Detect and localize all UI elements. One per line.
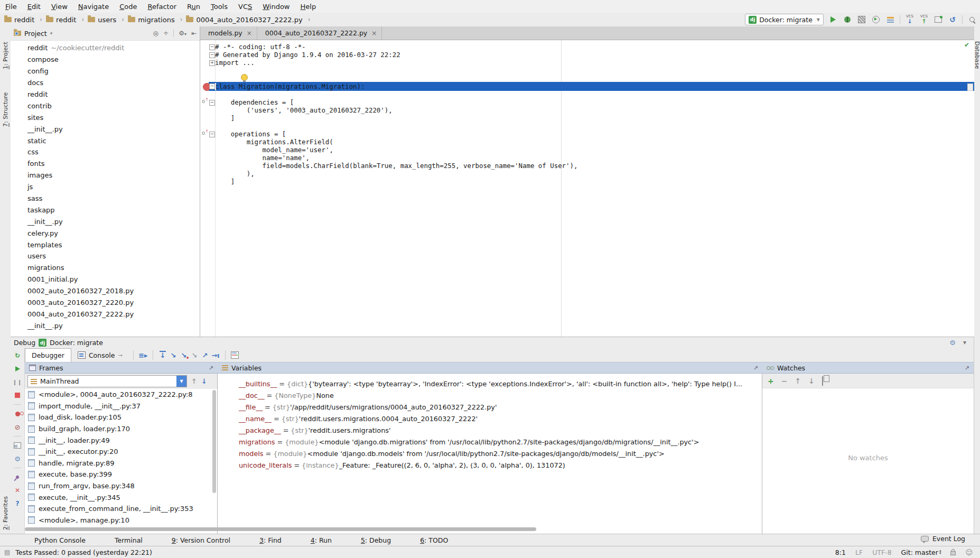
tree-row[interactable]: templates	[11, 239, 200, 250]
tree-row[interactable]: static	[11, 135, 200, 146]
code-line[interactable]: name='name',	[215, 154, 974, 162]
tree-row[interactable]: celery.py	[11, 227, 200, 239]
rerun-button[interactable]: ↻	[13, 351, 22, 360]
tool-window-button[interactable]: 4: Run	[304, 535, 335, 545]
tree-row[interactable]: contrib	[11, 100, 200, 111]
breadcrumb-item[interactable]: reddit ›	[4, 16, 45, 24]
git-branch-widget[interactable]: Git: master ▴▾	[901, 548, 941, 556]
menu-item[interactable]: Help	[295, 0, 322, 13]
tool-window-tab-database[interactable]: Database	[974, 41, 980, 69]
menu-item[interactable]: File	[0, 0, 22, 13]
restore-layout-button[interactable]	[13, 441, 22, 450]
tree-row[interactable]: 0003_auto_20160327_2220.py	[11, 297, 200, 309]
tool-window-switcher-icon[interactable]: ▤	[4, 548, 10, 556]
pause-button[interactable]: ❙❙	[13, 378, 22, 386]
resume-button[interactable]	[13, 365, 22, 373]
caret-position-widget[interactable]: 8:1	[835, 548, 846, 556]
frame-row[interactable]: load_disk, loader.py:105	[25, 412, 217, 423]
variable-row[interactable]: unicode_literals = {instance} _Feature: …	[218, 459, 762, 471]
menu-item[interactable]: Window	[257, 0, 295, 13]
frame-row[interactable]: execute_from_command_line, __init__.py:3…	[25, 503, 217, 515]
menu-item[interactable]: Code	[114, 0, 142, 13]
vcs-update-button[interactable]: VCS	[905, 15, 914, 24]
code-line[interactable]: ]	[215, 178, 974, 185]
close-button[interactable]: ✕	[13, 486, 22, 495]
tree-row[interactable]: sass	[11, 193, 200, 204]
step-into-my-code-button[interactable]: ↘	[179, 350, 189, 360]
hide-panel-button[interactable]: ⇤	[191, 30, 197, 37]
pin-button[interactable]	[13, 473, 22, 481]
float-pane-icon[interactable]: ↗	[753, 365, 758, 371]
collapse-all-button[interactable]: ÷	[163, 30, 169, 37]
hide-panel-button[interactable]: ▾	[963, 339, 966, 347]
search-everywhere-button[interactable]	[967, 15, 977, 24]
step-into-button[interactable]: ↘	[168, 350, 179, 360]
tree-row[interactable]: css	[11, 146, 200, 158]
tree-row[interactable]: __init__.py	[11, 123, 200, 135]
variable-row[interactable]: __package__ = {str} 'reddit.users.migrat…	[218, 424, 762, 436]
code-line[interactable]: import ...	[215, 59, 974, 67]
code-line[interactable]: operations = [	[215, 130, 974, 138]
tree-row[interactable]: 0002_auto_20160327_2018.py	[11, 285, 200, 297]
run-to-cursor-button[interactable]: →ı	[210, 350, 221, 360]
editor-area[interactable]: models.py × 0004_auto_20160327_2222.py ×…	[200, 26, 974, 337]
tool-window-button[interactable]: Terminal	[108, 535, 146, 545]
vcs-changes-button[interactable]	[934, 15, 943, 24]
float-pane-icon[interactable]: ↗	[965, 365, 969, 371]
tool-window-tab[interactable]: 7: Structure	[0, 85, 11, 134]
rollback-button[interactable]: ↺	[948, 15, 957, 24]
tree-row[interactable]: compose	[11, 54, 200, 66]
tree-row[interactable]: docs	[11, 77, 200, 89]
next-frame-button[interactable]: ↓	[201, 377, 207, 385]
stop-button[interactable]	[13, 391, 22, 399]
remove-watch-button[interactable]: −	[781, 377, 788, 385]
fold-icon[interactable]	[209, 44, 215, 50]
breadcrumb-item[interactable]: reddit ›	[46, 16, 87, 24]
tool-window-button[interactable]: 6: TODO	[413, 535, 451, 545]
attribute-gutter-icon[interactable]	[202, 129, 209, 135]
tool-window-button[interactable]: 5: Debug	[354, 535, 394, 545]
event-log-button[interactable]: Event Log	[921, 535, 965, 543]
variable-row[interactable]: migrations = {module} <module 'django.db…	[218, 436, 762, 448]
frame-row[interactable]: __init__, executor.py:20	[25, 446, 217, 458]
code-line[interactable]	[215, 67, 974, 75]
code-line[interactable]: ),	[215, 170, 974, 178]
tree-row[interactable]: __init__.py	[11, 216, 200, 227]
lock-icon[interactable]	[950, 551, 956, 555]
frame-row[interactable]: execute, __init__.py:345	[25, 491, 217, 503]
close-icon[interactable]: ×	[247, 30, 252, 37]
tree-row[interactable]: js	[11, 181, 200, 193]
frame-row[interactable]: build_graph, loader.py:170	[25, 423, 217, 435]
debug-button[interactable]	[843, 15, 852, 24]
code-line[interactable]: migrations.AlterField(	[215, 138, 974, 146]
variable-row[interactable]: __builtins__ = {dict} {'bytearray': <typ…	[218, 378, 762, 389]
locate-file-button[interactable]: ◎	[153, 30, 158, 37]
move-watch-down-button[interactable]: ↓	[808, 377, 815, 385]
code-line[interactable]: dependencies = [	[215, 98, 974, 106]
duplicate-watch-button[interactable]	[822, 377, 823, 385]
variable-row[interactable]: models = {module} <module 'django.db.mod…	[218, 448, 762, 459]
frame-row[interactable]: __init__, loader.py:49	[25, 434, 217, 446]
frame-row[interactable]: execute, base.py:399	[25, 469, 217, 480]
debugger-settings-button[interactable]: ⚙	[13, 454, 22, 463]
tree-row[interactable]: fonts	[11, 158, 200, 170]
tree-row[interactable]: users	[11, 250, 200, 262]
smart-step-into-button[interactable]: ↘	[189, 350, 200, 360]
tree-row[interactable]: reddit	[11, 89, 200, 100]
menu-item[interactable]: Run	[182, 0, 206, 13]
code-line[interactable]	[215, 122, 974, 130]
frame-row[interactable]: handle, migrate.py:89	[25, 458, 217, 469]
tool-window-button[interactable]: 9: Version Control	[165, 535, 234, 545]
fold-icon[interactable]	[209, 100, 215, 106]
tree-row[interactable]: 0004_auto_20160327_2222.py	[11, 308, 200, 320]
encoding-widget[interactable]: UTF-8	[872, 548, 891, 556]
code-line[interactable]: field=models.CharField(blank=True, max_l…	[215, 162, 974, 170]
variable-row[interactable]: __doc__ = {NoneType} None	[218, 389, 762, 401]
hector-icon[interactable]: ☺	[965, 548, 973, 556]
frame-row[interactable]: run_from_argv, base.py:348	[25, 480, 217, 492]
menu-item[interactable]: Tools	[206, 0, 233, 13]
panel-settings-button[interactable]: ⚙	[949, 339, 956, 347]
menu-item[interactable]: View	[46, 0, 73, 13]
view-breakpoints-button[interactable]	[13, 410, 22, 418]
breadcrumb-item[interactable]: migrations ›	[128, 16, 185, 24]
